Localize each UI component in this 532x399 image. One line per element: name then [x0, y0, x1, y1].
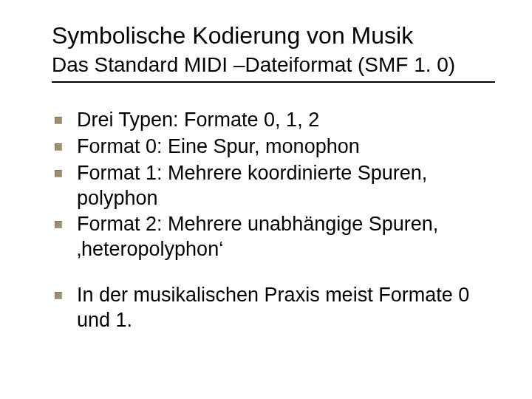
bullet-text: Format 1: Mehrere koordinierte Spuren, p…: [77, 162, 427, 209]
bullet-icon: [55, 143, 62, 151]
bullet-icon: [55, 221, 62, 228]
slide: Symbolische Kodierung von Musik Das Stan…: [0, 0, 532, 399]
bullet-text: Format 0: Eine Spur, monophon: [77, 135, 360, 157]
bullet-icon: [55, 170, 62, 177]
list-item: Drei Typen: Formate 0, 1, 2: [52, 108, 495, 133]
slide-subtitle: Das Standard MIDI –Dateiformat (SMF 1. 0…: [52, 52, 495, 78]
title-block: Symbolische Kodierung von Musik Das Stan…: [52, 22, 495, 83]
list-item: In der musikalischen Praxis meist Format…: [52, 283, 495, 333]
list-item: Format 2: Mehrere unabhängige Spuren, ‚h…: [52, 212, 495, 262]
bullet-text: Drei Typen: Formate 0, 1, 2: [77, 109, 319, 131]
bullet-list-2: In der musikalischen Praxis meist Format…: [52, 283, 495, 333]
bullet-icon: [55, 292, 62, 299]
bullet-icon: [55, 117, 62, 124]
bullet-text: In der musikalischen Praxis meist Format…: [77, 284, 469, 331]
bullet-list-1: Drei Typen: Formate 0, 1, 2 Format 0: Ei…: [52, 108, 495, 262]
list-item: Format 0: Eine Spur, monophon: [52, 134, 495, 160]
bullet-text: Format 2: Mehrere unabhängige Spuren, ‚h…: [77, 213, 438, 260]
list-item: Format 1: Mehrere koordinierte Spuren, p…: [52, 161, 495, 211]
slide-title: Symbolische Kodierung von Musik: [52, 22, 495, 50]
